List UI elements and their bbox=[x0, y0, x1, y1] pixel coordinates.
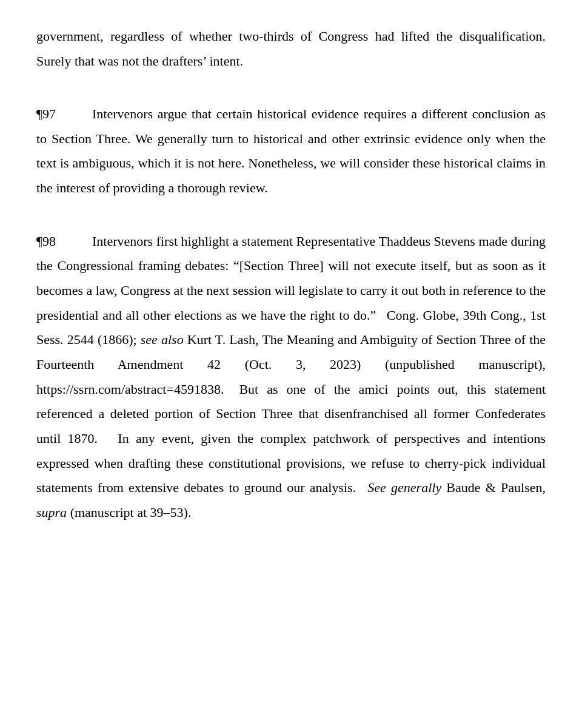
intro-paragraph: government, regardless of whether two-th… bbox=[36, 24, 546, 73]
p98-part-4: (manuscript at 39–53). bbox=[67, 505, 191, 520]
p98-see-also: see also bbox=[141, 332, 184, 347]
para-indent-97 bbox=[56, 102, 92, 127]
para-indent-98 bbox=[56, 229, 92, 254]
p98-see-generally: See generally bbox=[367, 480, 441, 495]
p98-text: ¶98 Intervenors first highlight a statem… bbox=[36, 229, 546, 525]
p97-text: ¶97 Intervenors argue that certain histo… bbox=[36, 102, 546, 201]
p98-part-1: Intervenors first highlight a statement … bbox=[36, 234, 546, 348]
p97-content: Intervenors argue that certain historica… bbox=[36, 106, 546, 195]
document-body: government, regardless of whether two-th… bbox=[36, 24, 546, 525]
p98-part-2: Kurt T. Lash, The Meaning and Ambiguity … bbox=[36, 332, 546, 495]
p98-part-3: Baude & Paulsen, bbox=[441, 480, 546, 495]
paragraph-98: ¶98 Intervenors first highlight a statem… bbox=[36, 229, 546, 525]
para-marker-98: ¶98 bbox=[36, 234, 56, 249]
para-marker-97: ¶97 bbox=[36, 106, 56, 121]
intro-text: government, regardless of whether two-th… bbox=[36, 24, 546, 73]
p98-supra: supra bbox=[36, 505, 67, 520]
paragraph-97: ¶97 Intervenors argue that certain histo… bbox=[36, 102, 546, 201]
